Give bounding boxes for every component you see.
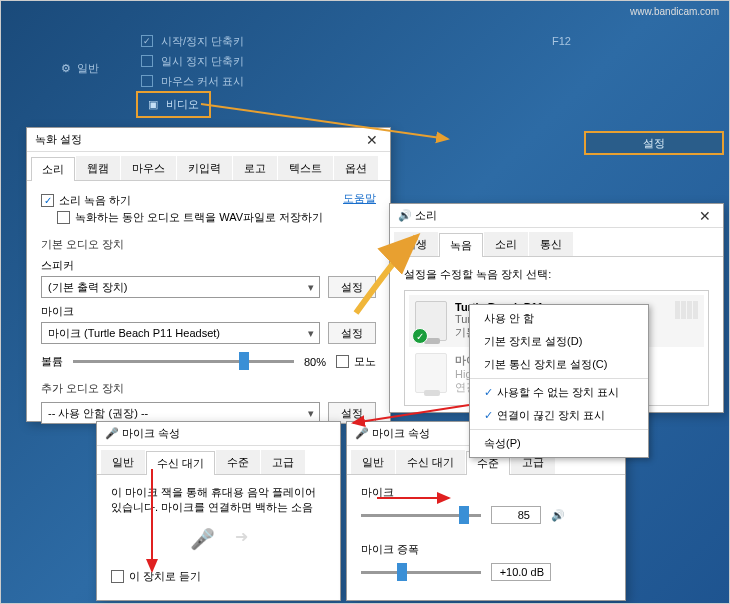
speaker-select[interactable]: (기본 출력 장치)	[41, 276, 320, 298]
menu-show-disabled[interactable]: 사용할 수 없는 장치 표시	[470, 381, 648, 404]
tab-option[interactable]: 옵션	[334, 156, 378, 180]
help-link[interactable]: 도움말	[343, 191, 376, 206]
mic-level-label: 마이크	[361, 485, 611, 500]
rec-pane: ✓소리 녹음 하기 녹화하는 동안 오디오 트랙을 WAV파일로 저장하기 도움…	[27, 181, 390, 434]
window-title: 마이크 속성	[122, 427, 180, 439]
group-basic-audio: 기본 오디오 장치	[41, 237, 376, 252]
tab-advanced[interactable]: 고급	[261, 450, 305, 474]
bg-label: 일시 정지 단축키	[161, 54, 244, 69]
tab-levels[interactable]: 수준	[216, 450, 260, 474]
device-context-menu: 사용 안 함 기본 장치로 설정(D) 기본 통신 장치로 설정(C) 사용할 …	[469, 304, 649, 458]
speaker-set-button[interactable]: 설정	[328, 276, 376, 298]
menu-properties[interactable]: 속성(P)	[470, 432, 648, 455]
tab-listen[interactable]: 수신 대기	[396, 450, 465, 474]
menu-set-default-comm[interactable]: 기본 통신 장치로 설정(C)	[470, 353, 648, 376]
mic-select[interactable]: 마이크 (Turtle Beach P11 Headset)	[41, 322, 320, 344]
tab-general[interactable]: 일반	[351, 450, 395, 474]
watermark: www.bandicam.com	[630, 6, 719, 17]
check-icon: ✓	[412, 328, 428, 344]
chk-mono[interactable]: 모노	[336, 354, 376, 369]
mic1-tabs: 일반 수신 대기 수준 고급	[97, 446, 340, 475]
mic-boost-slider[interactable]	[361, 571, 481, 574]
close-icon[interactable]: ✕	[362, 132, 382, 148]
mic-boost-value: +10.0 dB	[491, 563, 551, 581]
checkbox-icon	[141, 55, 153, 67]
mic1-pane: 이 마이크 잭을 통해 휴대용 음악 플레이어 있습니다. 마이크를 연결하면 …	[97, 475, 340, 596]
arrow-icon: ➜	[235, 527, 248, 551]
tab-logo[interactable]: 로고	[233, 156, 277, 180]
rec-tabs: 소리 웹캠 마우스 키입력 로고 텍스트 옵션	[27, 152, 390, 181]
tab-listen[interactable]: 수신 대기	[146, 451, 215, 475]
mic2-pane: 마이크 85 🔊 마이크 증폭 +10.0 dB	[347, 475, 625, 591]
window-title: 마이크 속성	[372, 427, 430, 439]
mic-illustration-icon: 🎤	[190, 527, 215, 551]
tab-comm[interactable]: 통신	[529, 232, 573, 256]
tab-webcam[interactable]: 웹캠	[76, 156, 120, 180]
tab-mouse[interactable]: 마우스	[121, 156, 176, 180]
mic-level-slider[interactable]	[361, 514, 481, 517]
close-icon[interactable]: ✕	[695, 208, 715, 224]
bg-settings-button[interactable]: 설정	[584, 131, 724, 155]
group-extra-audio: 추가 오디오 장치	[41, 381, 376, 396]
mic-label: 마이크	[41, 304, 376, 319]
menu-disable[interactable]: 사용 안 함	[470, 307, 648, 330]
menu-separator	[470, 378, 648, 379]
bg-settings-panel: ✓시작/정지 단축키F12 일시 정지 단축키 마우스 커서 표시 ⚙일반	[141, 31, 611, 91]
window-title: 소리	[415, 209, 437, 221]
speaker-icon: 🔊	[398, 209, 412, 221]
mic-level-value: 85	[491, 506, 541, 524]
mic-icon: 🎤	[105, 427, 119, 439]
menu-separator	[470, 429, 648, 430]
checkbox-icon	[141, 75, 153, 87]
chk-record-sound[interactable]: ✓소리 녹음 하기	[41, 193, 323, 208]
menu-set-default[interactable]: 기본 장치로 설정(D)	[470, 330, 648, 353]
mic-boost-label: 마이크 증폭	[361, 542, 611, 557]
gear-icon: ⚙	[61, 62, 71, 75]
bg-hotkey: F12	[552, 35, 571, 47]
snd-desc: 설정을 수정할 녹음 장치 선택:	[404, 267, 709, 282]
bg-label: 시작/정지 단축키	[161, 34, 244, 49]
bg-label: 마우스 커서 표시	[161, 74, 244, 89]
recording-settings-window: 녹화 설정 ✕ 소리 웹캠 마우스 키입력 로고 텍스트 옵션 ✓소리 녹음 하…	[26, 127, 391, 422]
nav-general[interactable]: 일반	[77, 61, 99, 76]
tab-general[interactable]: 일반	[101, 450, 145, 474]
titlebar: 🔊 소리 ✕	[390, 204, 723, 228]
chk-listen-device[interactable]: 이 장치로 듣기	[111, 569, 326, 584]
volume-value: 80%	[304, 356, 326, 368]
chk-save-wav[interactable]: 녹화하는 동안 오디오 트랙을 WAV파일로 저장하기	[57, 210, 323, 225]
titlebar: 🎤 마이크 속성	[97, 422, 340, 446]
tab-recording[interactable]: 녹음	[439, 233, 483, 257]
volume-label: 볼륨	[41, 354, 63, 369]
tab-sounds[interactable]: 소리	[484, 232, 528, 256]
speaker-icon[interactable]: 🔊	[551, 509, 565, 522]
mic1-desc: 있습니다. 마이크를 연결하면 백하는 소음	[111, 500, 326, 515]
check-icon: ✓	[141, 35, 153, 47]
mic1-desc: 이 마이크 잭을 통해 휴대용 음악 플레이어	[111, 485, 326, 500]
titlebar: 녹화 설정 ✕	[27, 128, 390, 152]
level-meter	[675, 301, 698, 319]
menu-show-disconnected[interactable]: 연결이 끊긴 장치 표시	[470, 404, 648, 427]
mic-icon: 🎤	[355, 427, 369, 439]
mic-device-icon	[415, 353, 447, 393]
mic-props-listen-window: 🎤 마이크 속성 일반 수신 대기 수준 고급 이 마이크 잭을 통해 휴대용 …	[96, 421, 341, 601]
mic-set-button[interactable]: 설정	[328, 322, 376, 344]
tab-text[interactable]: 텍스트	[278, 156, 333, 180]
nav-video[interactable]: ▣비디오	[136, 91, 211, 118]
volume-slider[interactable]	[73, 360, 294, 363]
tab-playback[interactable]: 재생	[394, 232, 438, 256]
tab-key[interactable]: 키입력	[177, 156, 232, 180]
snd-tabs: 재생 녹음 소리 통신	[390, 228, 723, 257]
tab-sound[interactable]: 소리	[31, 157, 75, 181]
window-title: 녹화 설정	[35, 132, 82, 147]
video-icon: ▣	[148, 98, 158, 111]
speaker-label: 스피커	[41, 258, 376, 273]
